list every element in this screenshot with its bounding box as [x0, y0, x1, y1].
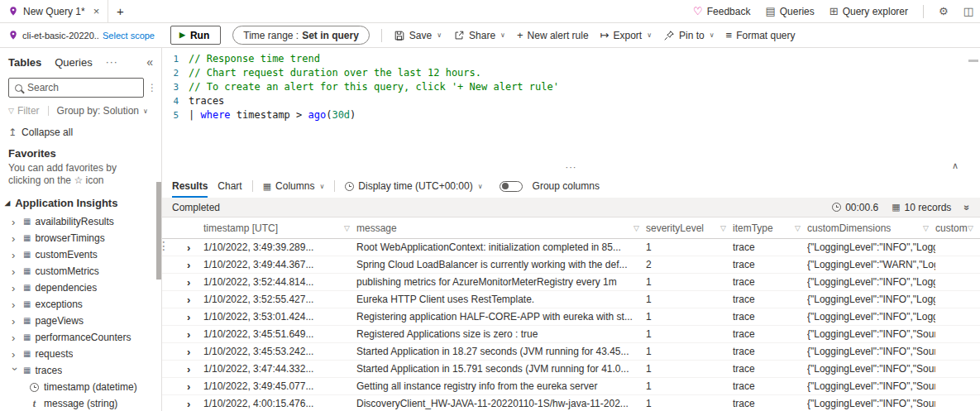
filter-icon[interactable]: ▽ — [720, 224, 726, 232]
query-editor[interactable]: 1// Response time trend2// Chart request… — [162, 48, 980, 174]
filter-button[interactable]: ▽ Filter — [8, 105, 40, 117]
display-time-button[interactable]: Display time (UTC+00:00) ∨ — [345, 180, 482, 192]
table-row[interactable]: ›1/10/2022, 3:45:53.242...Started Applic… — [162, 343, 980, 361]
query-explorer-button[interactable]: ⊞ Query explorer — [829, 6, 908, 17]
share-button[interactable]: Share ∨ — [453, 30, 505, 41]
sidebar-table-traces[interactable]: ›▦traces — [0, 362, 161, 379]
chevron-right-icon[interactable]: › — [12, 332, 19, 343]
tab-tables[interactable]: Tables — [8, 56, 41, 69]
table-row[interactable]: ›1/10/2022, 3:52:44.814...publishing met… — [162, 274, 980, 291]
group-by-button[interactable]: Group by: Solution ∨ — [57, 105, 148, 117]
schema-field-timestamp-datetime[interactable]: timestamp (datetime) — [0, 379, 161, 395]
expand-row-icon[interactable]: › — [187, 276, 190, 289]
sidebar-table-performancecounters[interactable]: ›▦performanceCounters — [0, 329, 161, 346]
select-scope-link[interactable]: Select scope — [103, 31, 155, 41]
search-input[interactable] — [27, 82, 137, 93]
format-query-button[interactable]: ≡ Format query — [726, 30, 796, 41]
group-columns-toggle[interactable] — [500, 181, 523, 192]
expand-row-icon[interactable]: › — [187, 311, 190, 323]
column-header-customdimensions[interactable]: customDimensions▽ — [807, 222, 935, 234]
feedback-button[interactable]: ♡ Feedback — [693, 5, 750, 17]
tab-chart[interactable]: Chart — [218, 174, 241, 198]
more-tabs-button[interactable]: ··· — [106, 56, 118, 68]
sidebar-scrollbar[interactable] — [156, 182, 161, 280]
filter-icon[interactable]: ▽ — [633, 224, 639, 232]
scope-resource[interactable]: cli-et-basic-20220... — [22, 31, 98, 41]
table-row[interactable]: ›1/10/2022, 4:00:15.476...DiscoveryClien… — [162, 395, 980, 411]
settings-button[interactable]: ⚙ — [939, 6, 949, 17]
expand-row-icon[interactable]: › — [187, 328, 190, 341]
column-header-custommeasurements[interactable]: customMeasurements▽ — [935, 222, 980, 234]
sidebar-table-browsertimings[interactable]: ›▦browserTimings — [0, 230, 161, 246]
close-tab-icon[interactable]: × — [93, 5, 100, 17]
chevron-right-icon[interactable]: › — [12, 233, 19, 244]
search-more-icon[interactable]: ⋮ — [147, 82, 157, 93]
expand-row-icon[interactable]: › — [187, 363, 190, 375]
filter-icon[interactable]: ▽ — [923, 224, 929, 232]
chevron-right-icon[interactable]: › — [12, 266, 19, 277]
sidebar-table-pageviews[interactable]: ›▦pageViews — [0, 313, 161, 329]
chevron-right-icon[interactable]: › — [12, 217, 19, 227]
column-header-severitylevel[interactable]: severityLevel▽ — [646, 222, 733, 234]
chevron-right-icon[interactable]: › — [12, 299, 19, 310]
layout-button[interactable]: ◫ — [963, 6, 973, 17]
schema-field-message-string[interactable]: tmessage (string) — [0, 395, 161, 411]
code-line[interactable]: 1// Response time trend — [162, 52, 980, 66]
sidebar-resize-handle[interactable]: ⋮ — [158, 241, 170, 250]
columns-button[interactable]: ▦ Columns ∨ — [263, 180, 325, 192]
sidebar-table-exceptions[interactable]: ›▦exceptions — [0, 296, 161, 313]
expand-row-icon[interactable]: › — [187, 398, 190, 410]
table-row[interactable]: ›1/10/2022, 3:49:39.289...Root WebApplic… — [162, 239, 980, 256]
collapse-sidebar-icon[interactable]: « — [146, 55, 153, 69]
code-line[interactable]: 2// Chart request duration over the last… — [162, 66, 980, 80]
run-button[interactable]: ▶ Run — [170, 26, 221, 45]
sidebar-table-dependencies[interactable]: ›▦dependencies — [0, 280, 161, 296]
pin-to-button[interactable]: Pin to ∨ — [663, 30, 715, 41]
expand-row-icon[interactable]: › — [187, 241, 190, 254]
expand-row-icon[interactable]: › — [187, 259, 190, 271]
query-tab[interactable]: New Query 1* × — [0, 0, 108, 22]
sidebar-table-customevents[interactable]: ›▦customEvents — [0, 246, 161, 263]
chevron-right-icon[interactable]: › — [12, 250, 19, 260]
collapse-all-button[interactable]: ↥ Collapse all — [0, 118, 161, 140]
queries-button[interactable]: ▤ Queries — [765, 6, 814, 17]
filter-icon[interactable]: ▽ — [344, 224, 350, 232]
collapse-editor-icon[interactable]: ∧ — [952, 159, 958, 173]
chevron-right-icon[interactable]: › — [10, 367, 21, 375]
filter-icon[interactable]: ▽ — [795, 224, 801, 232]
sidebar-table-requests[interactable]: ›▦requests — [0, 346, 161, 362]
chevron-right-icon[interactable]: › — [12, 349, 19, 360]
sidebar-table-custommetrics[interactable]: ›▦customMetrics — [0, 263, 161, 280]
editor-scrollbar[interactable] — [968, 60, 978, 62]
filter-icon[interactable]: ▽ — [968, 224, 973, 232]
table-row[interactable]: ›1/10/2022, 3:49:44.367...Spring Cloud L… — [162, 256, 980, 274]
table-row[interactable]: ›1/10/2022, 3:49:45.077...Getting all in… — [162, 378, 980, 395]
tab-results[interactable]: Results — [172, 174, 208, 198]
search-box[interactable] — [8, 78, 144, 98]
tab-queries[interactable]: Queries — [55, 56, 93, 69]
column-header-itemtype[interactable]: itemType▽ — [733, 222, 807, 234]
code-line[interactable]: 4traces — [162, 94, 980, 108]
column-header-message[interactable]: message▽ — [356, 222, 646, 234]
code-line[interactable]: 5| where timestamp > ago(30d) — [162, 108, 980, 122]
table-row[interactable]: ›1/10/2022, 3:47:44.332...Started Applic… — [162, 361, 980, 378]
save-button[interactable]: Save ∨ — [394, 30, 442, 41]
column-header-timestamp-utc[interactable]: timestamp [UTC]▽ — [203, 222, 356, 234]
application-insights-section[interactable]: ◢ Application Insights — [0, 190, 161, 213]
chevron-right-icon[interactable]: › — [12, 283, 19, 294]
new-tab-button[interactable]: + — [108, 0, 131, 22]
collapse-results-icon[interactable]: » — [962, 204, 973, 210]
sidebar-table-availabilityresults[interactable]: ›▦availabilityResults — [0, 213, 161, 230]
expand-row-icon[interactable]: › — [187, 380, 190, 393]
table-row[interactable]: ›1/10/2022, 3:52:55.427...Eureka HTTP Cl… — [162, 291, 980, 308]
panel-resize-handle[interactable]: ··· — [566, 160, 577, 174]
chevron-right-icon[interactable]: › — [12, 316, 19, 327]
export-button[interactable]: ↦ Export ∨ — [600, 30, 652, 41]
table-row[interactable]: ›1/10/2022, 3:45:51.649...Registered App… — [162, 326, 980, 343]
expand-row-icon[interactable]: › — [187, 294, 190, 306]
new-alert-rule-button[interactable]: + New alert rule — [517, 30, 589, 41]
expand-row-icon[interactable]: › — [187, 346, 190, 358]
time-range-button[interactable]: Time range : Set in query — [232, 26, 370, 45]
code-line[interactable]: 3// To create an alert for this query, c… — [162, 80, 980, 94]
table-row[interactable]: ›1/10/2022, 3:53:01.424...Registering ap… — [162, 308, 980, 326]
